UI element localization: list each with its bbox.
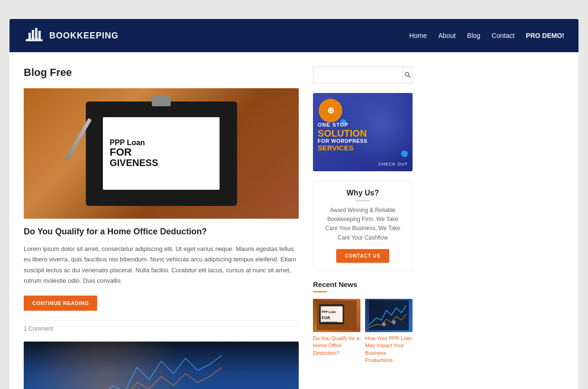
- recent-news-section: Recent News PPP Loan F: [313, 280, 413, 364]
- svg-point-5: [405, 73, 409, 76]
- content-area: Blog Free PPP Loan FOR GIVENESS: [24, 66, 299, 389]
- recent-news-title: Recent News: [313, 280, 413, 288]
- svg-line-6: [408, 76, 411, 78]
- sidebar: ⊕ ONE STOP SOLUTION FOR WORDPRESS SERVIC…: [313, 66, 413, 389]
- recent-news-divider: [313, 291, 327, 292]
- news-item-2[interactable]: How Your PPP Loan May Impact Your Busine…: [365, 299, 413, 364]
- nav-home[interactable]: Home: [409, 32, 427, 39]
- logo-icon: [24, 26, 45, 45]
- main-nav: Home About Blog Contact PRO DEMO!: [409, 32, 564, 39]
- svg-rect-13: [369, 300, 409, 330]
- main-container: Blog Free PPP Loan FOR GIVENESS: [9, 52, 579, 389]
- nav-blog[interactable]: Blog: [467, 32, 480, 39]
- post-title: Do You Qualify for a Home Office Deducti…: [24, 226, 299, 237]
- svg-rect-4: [38, 31, 41, 39]
- nav-about[interactable]: About: [438, 32, 456, 39]
- news-thumbnail-2: [365, 299, 413, 332]
- contact-us-button[interactable]: CONTACT US: [336, 249, 390, 263]
- comment-count: 1 Comment: [24, 320, 299, 332]
- search-icon: [404, 72, 411, 78]
- wp-logo-circle: ⊕: [319, 99, 342, 122]
- why-us-divider: [356, 200, 370, 201]
- logo-text: BOOKKEEPING: [49, 31, 119, 41]
- post-featured-image: PPP Loan FOR GIVENESS: [24, 88, 299, 219]
- svg-text:GIVENESS: GIVENESS: [322, 322, 337, 325]
- svg-rect-0: [26, 39, 43, 41]
- news-item-1-title: Do You Qualify for a Home Office Deducti…: [313, 335, 360, 357]
- news-thumbnail-1: PPP Loan FOR GIVENESS: [313, 299, 360, 332]
- continue-reading-button[interactable]: CONTINUE READING: [24, 296, 97, 311]
- logo-area: BOOKKEEPING: [24, 26, 119, 45]
- svg-point-15: [392, 320, 395, 324]
- search-input[interactable]: [313, 67, 403, 83]
- nav-pro-demo[interactable]: PRO DEMO!: [526, 32, 564, 39]
- svg-rect-3: [35, 28, 37, 39]
- header: BOOKKEEPING Home About Blog Contact PRO …: [9, 19, 579, 52]
- why-us-box: Why Us? Award Winning & Reliable Bookkee…: [313, 181, 413, 271]
- post-second-image: [24, 342, 299, 389]
- nav-contact[interactable]: Contact: [492, 32, 514, 39]
- svg-rect-1: [28, 33, 31, 39]
- page-title: Blog Free: [24, 66, 299, 79]
- search-button[interactable]: [403, 67, 412, 83]
- search-box: [313, 66, 413, 83]
- why-us-description: Award Winning & Reliable Bookkeeping Fir…: [321, 206, 404, 242]
- svg-point-14: [382, 322, 386, 326]
- wp-banner[interactable]: ⊕ ONE STOP SOLUTION FOR WORDPRESS SERVIC…: [313, 93, 413, 171]
- svg-text:PPP Loan: PPP Loan: [322, 311, 336, 314]
- news-item-2-title: How Your PPP Loan May Impact Your Busine…: [365, 335, 413, 364]
- wp-banner-text: ONE STOP SOLUTION FOR WORDPRESS SERVICES: [313, 122, 413, 152]
- why-us-title: Why Us?: [321, 189, 404, 197]
- svg-text:FOR: FOR: [322, 315, 331, 320]
- news-item-1[interactable]: PPP Loan FOR GIVENESS Do You Qualify for…: [313, 299, 360, 364]
- svg-rect-2: [32, 30, 34, 39]
- news-grid: PPP Loan FOR GIVENESS Do You Qualify for…: [313, 299, 413, 364]
- post-excerpt: Lorem ipsum dolor sit amet, consectetur …: [24, 244, 299, 286]
